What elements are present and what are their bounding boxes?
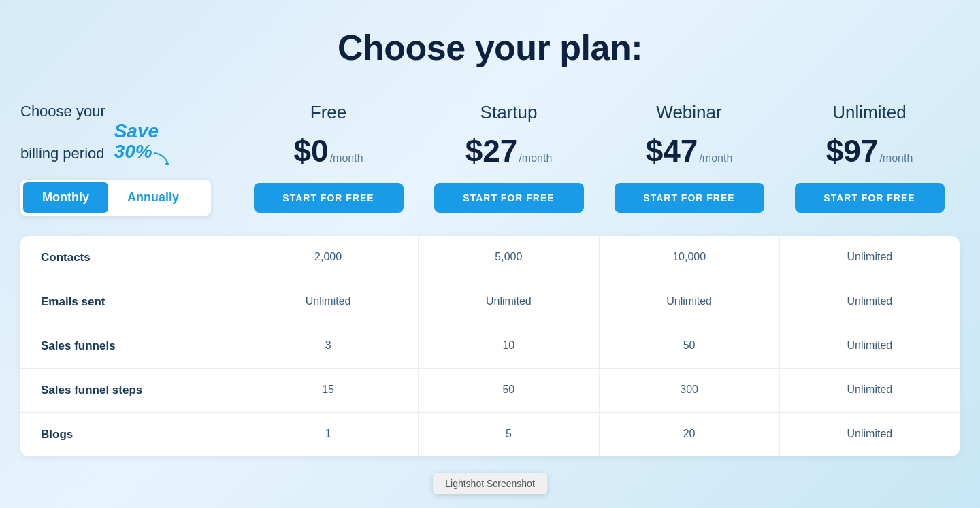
feature-label-funnel-steps: Sales funnel steps [20,369,238,412]
price-period-webinar: /month [699,152,732,165]
feature-value-contacts-free: 2,000 [238,236,419,280]
save-area: Save30% [114,122,159,163]
plan-price-startup: $27 /month [425,133,592,169]
cta-free[interactable]: START FOR FREE [254,183,404,213]
save-badge: Save30% [114,120,159,163]
plan-free: Free $0 /month START FOR FREE [238,102,419,213]
page-title: Choose your plan: [20,27,960,68]
plan-webinar: Webinar $47 /month START FOR FREE [599,102,779,213]
price-amount-startup: $27 [466,133,518,169]
price-amount-free: $0 [293,133,328,169]
feature-value-blogs-free: 1 [238,413,419,456]
feature-label-contacts: Contacts [20,236,238,280]
feature-value-funnel-steps-unlimited: Unlimited [780,369,960,412]
price-period-startup: /month [519,152,552,165]
feature-value-blogs-unlimited: Unlimited [780,413,960,456]
feature-value-contacts-unlimited: Unlimited [780,236,960,280]
feature-value-blogs-webinar: 20 [600,413,780,456]
table-row: Sales funnel steps 15 50 300 Unlimited [20,369,960,413]
feature-value-funnel-steps-startup: 50 [419,369,599,412]
feature-label-emails: Emails sent [20,280,238,324]
feature-value-blogs-startup: 5 [419,413,599,456]
plan-name-unlimited: Unlimited [786,102,953,123]
billing-label: Choose your billing period Save30% [20,102,225,173]
cta-startup[interactable]: START FOR FREE [434,183,584,213]
plan-name-webinar: Webinar [606,102,772,123]
plan-price-free: $0 /month [245,133,412,169]
annually-button[interactable]: Annually [108,182,198,213]
billing-toggle: Monthly Annually [20,180,211,216]
features-table: Contacts 2,000 5,000 10,000 Unlimited Em… [20,236,960,456]
feature-value-funnel-steps-webinar: 300 [600,369,780,412]
feature-value-funnel-steps-free: 15 [238,369,419,412]
table-row: Blogs 1 5 20 Unlimited [20,413,960,456]
feature-value-funnels-unlimited: Unlimited [780,324,960,368]
cta-unlimited[interactable]: START FOR FREE [795,183,945,213]
feature-value-emails-webinar: Unlimited [600,280,780,324]
feature-value-funnels-startup: 10 [419,324,599,368]
feature-label-blogs: Blogs [20,413,238,456]
feature-value-emails-unlimited: Unlimited [780,280,960,324]
page-container: Choose your plan: Choose your billing pe… [0,0,980,484]
feature-value-funnels-webinar: 50 [600,324,780,368]
table-row: Contacts 2,000 5,000 10,000 Unlimited [20,236,960,280]
plan-name-startup: Startup [425,102,592,123]
table-row: Emails sent Unlimited Unlimited Unlimite… [20,280,960,324]
table-row: Sales funnels 3 10 50 Unlimited [20,324,960,369]
feature-value-emails-startup: Unlimited [419,280,599,324]
feature-value-contacts-webinar: 10,000 [600,236,780,280]
plan-price-unlimited: $97 /month [786,133,953,169]
price-period-free: /month [330,152,363,165]
price-period-unlimited: /month [879,152,913,165]
left-panel: Choose your billing period Save30% Month… [20,102,238,216]
cta-webinar[interactable]: START FOR FREE [615,183,764,213]
top-section: Choose your billing period Save30% Month… [20,102,960,216]
arrow-icon [153,150,174,170]
price-amount-unlimited: $97 [826,133,879,169]
tooltip-badge: Lightshot Screenshot [433,473,547,494]
plan-name-free: Free [245,102,412,123]
price-amount-webinar: $47 [646,133,698,169]
feature-value-emails-free: Unlimited [238,280,419,324]
feature-value-contacts-startup: 5,000 [419,236,599,280]
plan-unlimited: Unlimited $97 /month START FOR FREE [779,102,960,213]
plan-price-webinar: $47 /month [606,133,772,169]
feature-label-funnels: Sales funnels [20,324,238,368]
plan-startup: Startup $27 /month START FOR FREE [419,102,599,213]
monthly-button[interactable]: Monthly [23,182,108,213]
plans-columns: Free $0 /month START FOR FREE Startup $2… [238,102,960,213]
feature-value-funnels-free: 3 [238,324,419,368]
